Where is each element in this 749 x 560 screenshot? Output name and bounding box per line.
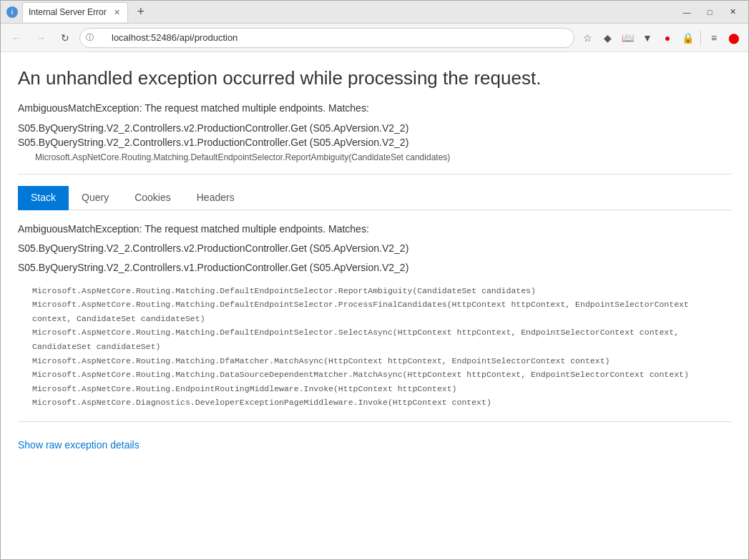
browser-tab[interactable]: Internal Server Error ✕ [22, 2, 128, 22]
browser-window: i Internal Server Error ✕ + — □ ✕ ← → ↻ … [0, 0, 749, 560]
exception-title-line1: AmbiguousMatchException: The request mat… [18, 222, 731, 237]
address-bar: ← → ↻ ⓘ localhost:52486/api/production ☆… [1, 24, 748, 52]
address-input-wrapper: ⓘ localhost:52486/api/production [79, 28, 574, 48]
report-ambiguity-line: Microsoft.AspNetCore.Routing.Matching.De… [35, 152, 731, 162]
star-icon[interactable]: ☆ [579, 29, 596, 46]
refresh-button[interactable]: ↻ [55, 28, 75, 48]
back-button[interactable]: ← [6, 28, 26, 48]
window-controls: — □ ✕ [677, 4, 743, 21]
stack-frame-2: Microsoft.AspNetCore.Routing.Matching.De… [32, 325, 731, 353]
tab-close-button[interactable]: ✕ [114, 8, 120, 17]
stack-frame-4: Microsoft.AspNetCore.Routing.Matching.Da… [32, 368, 731, 382]
exception-title-line3: S05.ByQueryString.V2_2.Controllers.v1.Pr… [18, 260, 731, 275]
stack-trace: Microsoft.AspNetCore.Routing.Matching.De… [32, 284, 731, 410]
browser-icon-5[interactable]: ≡ [705, 29, 723, 46]
tab-stack[interactable]: Stack [18, 186, 69, 210]
browser-icon-1[interactable]: 📖 [619, 29, 636, 46]
toolbar-separator [700, 31, 701, 45]
section-divider-2 [18, 421, 731, 422]
exception-block: AmbiguousMatchException: The request mat… [18, 222, 731, 275]
stack-frame-1: Microsoft.AspNetCore.Routing.Matching.De… [32, 298, 731, 325]
page-content: An unhandled exception occurred while pr… [1, 52, 748, 559]
stack-frame-3: Microsoft.AspNetCore.Routing.Matching.Df… [32, 354, 731, 368]
minimize-button[interactable]: — [677, 4, 697, 21]
address-field[interactable]: ⓘ localhost:52486/api/production [79, 28, 574, 48]
stack-frame-5: Microsoft.AspNetCore.Routing.EndpointRou… [32, 382, 731, 396]
browser-icon-3[interactable]: ● [659, 29, 676, 46]
browser-icon-2[interactable]: ▼ [639, 29, 656, 46]
stack-frame-0: Microsoft.AspNetCore.Routing.Matching.De… [32, 284, 731, 298]
new-tab-button[interactable]: + [132, 4, 150, 21]
toolbar-icons: ☆ ◆ 📖 ▼ ● 🔒 ≡ ⬤ [579, 29, 743, 46]
exception-title-line2: S05.ByQueryString.V2_2.Controllers.v2.Pr… [18, 241, 731, 256]
lock-icon: ⓘ [86, 32, 94, 43]
browser-icon-6[interactable]: ⬤ [725, 29, 743, 46]
close-button[interactable]: ✕ [723, 4, 743, 21]
title-bar: i Internal Server Error ✕ + — □ ✕ [1, 1, 748, 24]
match-line-1: S05.ByQueryString.V2_2.Controllers.v2.Pr… [18, 122, 731, 134]
maximize-button[interactable]: □ [700, 4, 720, 21]
error-heading: An unhandled exception occurred while pr… [18, 67, 731, 91]
address-text: localhost:52486/api/production [100, 32, 238, 43]
stack-frame-6: Microsoft.AspNetCore.Diagnostics.Develop… [32, 396, 731, 410]
show-raw-exception-link[interactable]: Show raw exception details [18, 439, 139, 451]
tab-query[interactable]: Query [69, 186, 122, 210]
extensions-icon[interactable]: ◆ [599, 29, 616, 46]
error-type: AmbiguousMatchException: The request mat… [18, 102, 731, 114]
tab-title: Internal Server Error [29, 7, 107, 17]
section-divider-1 [18, 174, 731, 175]
match-line-2: S05.ByQueryString.V2_2.Controllers.v1.Pr… [18, 137, 731, 148]
tab-bar: Stack Query Cookies Headers [18, 186, 731, 210]
favicon-icon: i [6, 6, 18, 18]
forward-button[interactable]: → [31, 28, 51, 48]
browser-icon-4[interactable]: 🔒 [679, 29, 696, 46]
tab-headers[interactable]: Headers [184, 186, 248, 210]
tab-cookies[interactable]: Cookies [122, 186, 184, 210]
